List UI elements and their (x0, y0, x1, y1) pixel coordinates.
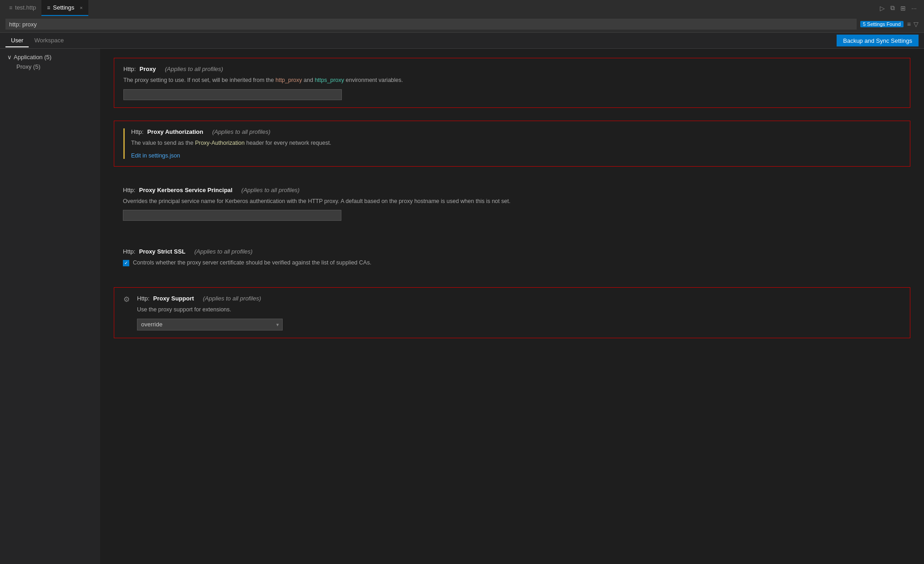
titlebar-actions: ▷ ⧉ ⊞ ··· (880, 4, 920, 12)
test-tab-icon: ≡ (9, 5, 12, 11)
backup-sync-button[interactable]: Backup and Sync Settings (837, 35, 919, 46)
tab-test-label: test.http (15, 4, 36, 11)
proxy-support-select[interactable]: override off on fallback (137, 319, 283, 330)
setting-proxy-kerberos-title: Http: Proxy Kerberos Service Principal (… (123, 187, 901, 193)
more-button[interactable]: ··· (911, 5, 917, 12)
searchbar: 5 Settings Found ≡ ▽ (0, 16, 924, 33)
setting-proxy-auth: Http: Proxy Authorization (Applies to al… (114, 121, 910, 167)
sidebar: ∨ Application (5) Proxy (5) (0, 49, 100, 564)
split-editor-button[interactable]: ⧉ (890, 4, 895, 12)
titlebar: ≡ test.http ≡ Settings × ▷ ⧉ ⊞ ··· (0, 0, 924, 16)
filter-lines-icon[interactable]: ≡ (907, 20, 911, 28)
funnel-icon[interactable]: ▽ (914, 20, 919, 28)
chevron-down-icon: ∨ (7, 54, 12, 61)
proxy-input[interactable] (123, 89, 342, 100)
main-layout: ∨ Application (5) Proxy (5) Http: Proxy … (0, 49, 924, 564)
layout-button[interactable]: ⊞ (900, 5, 906, 12)
proxy-support-inner: ⚙ Http: Proxy Support (Applies to all pr… (123, 295, 901, 330)
setting-proxy-desc: The proxy setting to use. If not set, wi… (123, 76, 901, 85)
tab-user[interactable]: User (5, 34, 29, 47)
proxy-ssl-checkbox[interactable]: ✓ (123, 260, 129, 266)
setting-proxy-title: Http: Proxy (Applies to all profiles) (123, 66, 901, 72)
tab-workspace[interactable]: Workspace (29, 34, 69, 47)
settings-found-badge: 5 Settings Found (860, 21, 904, 27)
setting-proxy: Http: Proxy (Applies to all profiles) Th… (114, 58, 910, 108)
proxy-kerberos-input[interactable] (123, 210, 341, 221)
proxy-ssl-checkbox-label: Controls whether the proxy server certif… (133, 259, 371, 267)
proxy-ssl-checkbox-row: ✓ Controls whether the proxy server cert… (123, 259, 901, 267)
setting-proxy-support: ⚙ Http: Proxy Support (Applies to all pr… (114, 287, 910, 338)
settings-tab-icon: ≡ (47, 5, 50, 11)
proxy-authorization-link: Proxy-Authorization (195, 140, 244, 146)
run-button[interactable]: ▷ (880, 5, 885, 12)
close-settings-tab[interactable]: × (80, 5, 82, 10)
settings-content: Http: Proxy (Applies to all profiles) Th… (100, 49, 924, 564)
tab-settings-label: Settings (53, 4, 74, 11)
setting-proxy-ssl: Http: Proxy Strict SSL (Applies to all p… (114, 241, 910, 274)
proxy-support-content: Http: Proxy Support (Applies to all prof… (137, 295, 901, 330)
tab-test[interactable]: ≡ test.http (4, 0, 41, 16)
gear-icon: ⚙ (123, 295, 132, 303)
https-proxy-link: https_proxy (315, 77, 344, 83)
proxy-auth-border: Http: Proxy Authorization (Applies to al… (123, 128, 901, 159)
http-proxy-link: http_proxy (275, 77, 302, 83)
setting-proxy-support-title: Http: Proxy Support (Applies to all prof… (137, 295, 901, 302)
setting-proxy-support-desc: Use the proxy support for extensions. (137, 305, 901, 314)
setting-proxy-auth-title: Http: Proxy Authorization (Applies to al… (131, 128, 901, 135)
setting-proxy-auth-desc: The value to send as the Proxy-Authoriza… (131, 139, 901, 147)
proxy-support-select-wrapper: override off on fallback ▾ (137, 319, 283, 330)
tab-settings[interactable]: ≡ Settings × (41, 0, 88, 16)
setting-proxy-kerberos: Http: Proxy Kerberos Service Principal (… (114, 179, 910, 229)
sidebar-item-application[interactable]: ∨ Application (5) (0, 52, 100, 62)
search-icons: ≡ ▽ (907, 20, 919, 28)
search-input[interactable] (5, 19, 857, 30)
sidebar-item-proxy[interactable]: Proxy (5) (0, 62, 100, 71)
settings-tabs-row: User Workspace Backup and Sync Settings (0, 33, 924, 49)
setting-proxy-kerberos-desc: Overrides the principal service name for… (123, 197, 901, 206)
setting-proxy-ssl-title: Http: Proxy Strict SSL (Applies to all p… (123, 248, 901, 255)
edit-in-settings-json-link[interactable]: Edit in settings.json (131, 152, 180, 159)
